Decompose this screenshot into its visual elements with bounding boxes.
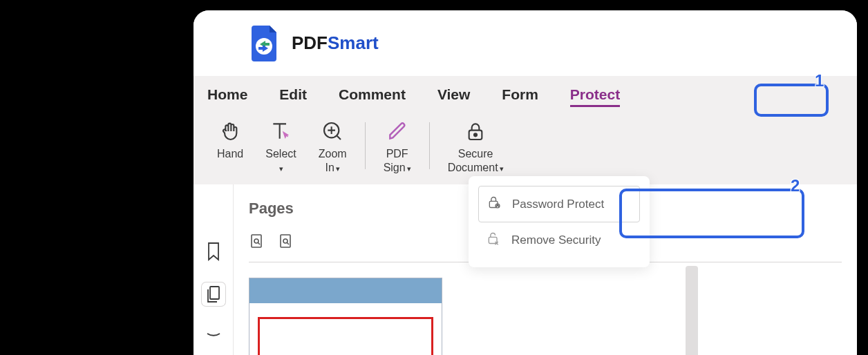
select-tool-label: Select▾ [265,147,296,175]
hand-tool-label: Hand [217,147,243,161]
password-protect-label: Password Protect [512,198,604,211]
app-title-part1: PDF [292,32,328,53]
app-logo: PDFSmart [249,24,379,63]
app-window: PDFSmart Home Edit Comment View Form Pro… [194,10,857,355]
tab-form[interactable]: Form [502,86,538,103]
pencil-icon [384,119,411,143]
bookmark-icon [205,242,222,261]
remove-security-label: Remove Security [511,233,601,247]
password-protect-item[interactable]: Password Protect [478,186,640,222]
scrollbar[interactable] [686,266,698,355]
tab-protect[interactable]: Protect [570,86,620,103]
more-rail-item[interactable] [202,325,225,349]
app-title-part2: Smart [328,32,379,53]
zoom-in-icon [319,119,346,143]
svg-rect-4 [210,287,219,299]
main-tabs: Home Edit Comment View Form Protect [194,76,857,111]
tab-view[interactable]: View [437,86,470,103]
secure-document-tool[interactable]: SecureDocument▾ [437,119,515,175]
smile-icon [205,332,222,342]
secure-document-tool-label: SecureDocument▾ [448,147,504,175]
secure-document-dropdown: Password Protect Remove Security [469,176,650,267]
svg-point-3 [474,133,477,136]
zoom-in-tool-label: ZoomIn▾ [319,147,347,175]
pdf-sign-tool[interactable]: PDFSign▾ [372,119,422,175]
select-tool[interactable]: Select▾ [254,119,307,175]
page-search-icon[interactable] [249,233,265,252]
pages-panel: Pages [234,184,857,355]
thumbnail-header-band [249,278,442,303]
pdf-sign-tool-label: PDFSign▾ [384,147,411,175]
tab-home[interactable]: Home [207,86,247,103]
lock-icon [462,119,489,143]
toolbar-separator [429,122,430,169]
hand-tool[interactable]: Hand [206,119,254,175]
hand-icon [217,119,243,143]
bookmarks-rail-item[interactable] [202,240,225,263]
left-rail [194,184,234,355]
page-thumbnail[interactable] [249,278,442,355]
select-icon [267,119,294,143]
tab-edit[interactable]: Edit [279,86,307,103]
toolbar: Hand Select▾ ZoomIn▾ [194,111,857,184]
header-logo: PDFSmart [194,10,857,76]
pages-icon [205,285,222,304]
lock-remove-icon [487,231,500,249]
pdfsmart-logo-icon [249,24,282,63]
app-title: PDFSmart [292,32,379,54]
content-area: Pages [194,184,857,355]
pages-rail-item[interactable] [202,282,225,306]
tab-comment[interactable]: Comment [339,86,406,103]
svg-rect-7 [281,235,290,247]
page-search-2-icon[interactable] [278,233,294,252]
remove-security-item[interactable]: Remove Security [478,222,640,258]
thumbnail-selection-box [258,317,433,355]
lock-person-icon [487,195,501,213]
toolbar-separator [365,122,366,169]
zoom-in-tool[interactable]: ZoomIn▾ [308,119,358,175]
svg-rect-5 [252,235,261,247]
